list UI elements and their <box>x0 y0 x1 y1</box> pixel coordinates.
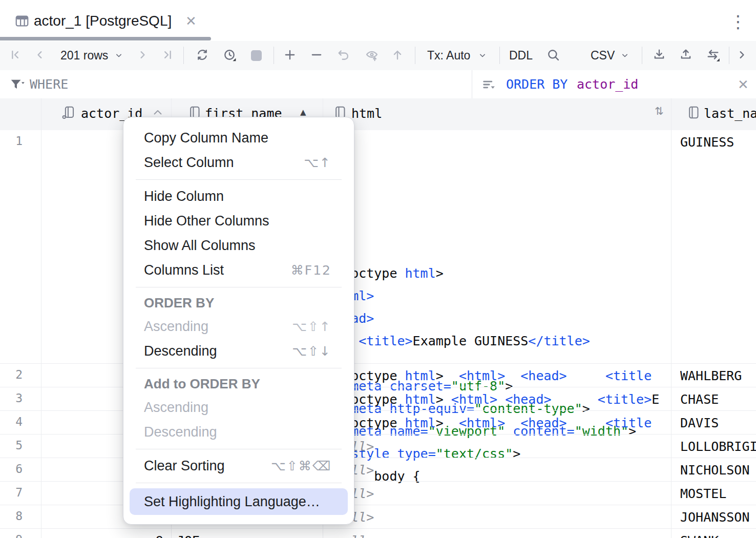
last-page-icon[interactable] <box>161 48 175 62</box>
sort-asc-indicator-icon[interactable]: ▲ <box>300 108 306 117</box>
stop-icon <box>251 50 262 61</box>
table-row[interactable]: 2 <!doctype html> <html> <head> <title W… <box>0 364 756 387</box>
shortcut-label: ⌥⇧⌘⌫ <box>271 459 331 473</box>
cell-last-name[interactable]: LOLLOBRIGIDA <box>680 439 756 454</box>
menu-item-clear-sorting[interactable]: Clear Sorting ⌥⇧⌘⌫ <box>123 453 354 478</box>
order-by-icon[interactable] <box>481 77 496 92</box>
shortcut-label: ⌥⇧↓ <box>292 344 331 359</box>
menu-item-order-ascending: Ascending ⌥⇧↑ <box>123 314 354 339</box>
csv-chevron-down-icon[interactable] <box>620 50 630 60</box>
previous-page-icon[interactable] <box>33 48 47 62</box>
table-row[interactable]: 8 8 MATTHEW <null> JOHANSSON <box>0 505 756 529</box>
menu-item-set-highlighting-language[interactable]: Set Highlighting Language… <box>130 488 348 515</box>
preview-changes-icon[interactable] <box>365 48 379 62</box>
schedule-refresh-clock-icon[interactable] <box>222 48 237 62</box>
first-page-icon[interactable] <box>8 48 22 62</box>
cell-last-name[interactable]: CHASE <box>680 392 756 407</box>
menu-section-add-to-order-by: Add to ORDER BY <box>123 373 354 395</box>
row-number: 3 <box>0 391 23 405</box>
cell-html-null[interactable]: <null> <box>328 463 669 478</box>
sort-updown-icon[interactable]: ⇅ <box>655 105 664 117</box>
cell-last-name[interactable]: NICHOLSON <box>680 463 756 478</box>
menu-item-show-all-columns[interactable]: Show All Columns <box>123 233 354 258</box>
ddl-button[interactable]: DDL <box>509 49 533 63</box>
cell-last-name[interactable]: WAHLBERG <box>680 368 756 383</box>
cell-html[interactable]: <!doctype html> <html> <head> <title <box>328 368 669 383</box>
cell-html-null[interactable]: <null> <box>328 439 669 454</box>
delete-row-icon[interactable] <box>309 48 324 62</box>
table-row[interactable]: 6 <null> NICHOLSON <box>0 458 756 482</box>
tx-mode-dropdown[interactable]: Tx: Auto <box>427 49 470 63</box>
menu-item-select-column[interactable]: Select Column ⌥↑ <box>123 150 354 175</box>
add-row-icon[interactable] <box>283 48 297 62</box>
cell-html-null[interactable]: <null> <box>328 533 669 538</box>
sort-chevron-up-icon[interactable] <box>152 108 164 117</box>
cell-actor-id[interactable]: 9 <box>41 533 163 538</box>
cell-html[interactable]: <!doctype html> <html> <head> <title <box>328 416 669 430</box>
cell-last-name[interactable]: MOSTEL <box>680 486 756 501</box>
clear-order-close-icon[interactable]: ✕ <box>738 77 749 92</box>
menu-item-order-descending[interactable]: Descending ⌥⇧↓ <box>123 339 354 363</box>
cell-html-null[interactable]: <null> <box>328 486 669 501</box>
column-header-last-name[interactable]: last_name <box>704 106 756 121</box>
cell-html[interactable]: <!doctype html> <html> <head> <title>E <box>328 392 669 407</box>
tab-actor1[interactable]: actor_1 [PostgreSQL] ✕ <box>0 0 211 40</box>
cell-last-name[interactable]: SWANK <box>680 533 756 538</box>
menu-item-copy-column-name[interactable]: Copy Column Name <box>123 126 354 150</box>
order-by-keyword[interactable]: ORDER BY <box>506 77 568 92</box>
menu-section-order-by: ORDER BY <box>123 292 354 314</box>
row-number: 5 <box>0 439 23 452</box>
datagrip-window: actor_1 [PostgreSQL] ✕ ⋮ 201 rows <box>0 0 756 538</box>
table-row[interactable]: 4 <!doctype html> <html> <head> <title D… <box>0 411 756 434</box>
cell-html-null[interactable]: <null> <box>328 510 669 525</box>
table-icon <box>14 13 30 29</box>
rows-chevron-down-icon[interactable] <box>114 50 124 60</box>
refresh-icon[interactable] <box>195 48 209 62</box>
toolbar-separator <box>183 47 184 64</box>
revert-icon[interactable] <box>337 48 351 62</box>
row-number: 6 <box>0 462 23 475</box>
column-icon <box>686 106 700 119</box>
table-row[interactable]: 9 9 JOE <null> SWANK <box>0 529 756 538</box>
submit-changes-icon[interactable] <box>390 48 405 62</box>
menu-item-hide-other-columns[interactable]: Hide Other Columns <box>123 209 354 233</box>
cell-last-name[interactable]: DAVIS <box>680 416 756 430</box>
search-icon[interactable] <box>546 48 560 62</box>
menu-separator <box>123 282 354 292</box>
shortcut-label: ⌥⇧↑ <box>292 319 331 334</box>
export-upload-icon[interactable] <box>679 48 693 62</box>
table-row[interactable]: 7 <null> MOSTEL <box>0 482 756 505</box>
menu-item-columns-list[interactable]: Columns List ⌘F12 <box>123 258 354 282</box>
menu-item-add-ascending: Ascending <box>123 395 354 420</box>
toolbar-separator <box>415 47 415 64</box>
tab-close-icon[interactable]: ✕ <box>185 13 197 29</box>
cell-last-name[interactable]: GUINESS <box>680 135 756 150</box>
tab-options-kebab-icon[interactable]: ⋮ <box>729 11 747 32</box>
row-number: 1 <box>0 134 23 148</box>
where-filter-input[interactable]: WHERE <box>30 77 68 92</box>
shortcut-label: ⌥↑ <box>304 155 331 170</box>
order-by-column[interactable]: actor_id <box>577 77 638 92</box>
export-format-dropdown[interactable]: CSV <box>591 49 615 63</box>
table-row[interactable]: 3 <!doctype html> <html> <head> <title>E… <box>0 387 756 411</box>
menu-separator <box>123 444 354 453</box>
menu-separator <box>123 478 354 487</box>
cell-last-name[interactable]: JOHANSSON <box>680 510 756 525</box>
table-row[interactable]: 5 <null> LOLLOBRIGIDA <box>0 434 756 458</box>
grid-line <box>671 98 671 538</box>
filter-bar: WHERE ORDER BY actor_id ✕ <box>0 70 756 99</box>
row-number: 2 <box>0 368 23 381</box>
row-number: 9 <box>0 533 23 538</box>
import-download-icon[interactable] <box>652 48 666 62</box>
row-count-dropdown[interactable]: 201 rows <box>60 49 108 63</box>
next-page-icon[interactable] <box>135 48 150 62</box>
cell-first-name[interactable]: JOE <box>177 533 320 538</box>
more-toolbar-chevron-icon[interactable] <box>734 48 749 62</box>
menu-item-hide-column[interactable]: Hide Column <box>123 184 354 209</box>
grid-header: actor_id first_name ▲ html ⇅ last_name <box>0 98 756 131</box>
column-header-html[interactable]: html <box>351 106 382 121</box>
filter-funnel-icon[interactable] <box>9 77 25 92</box>
compare-swap-icon[interactable] <box>706 48 720 62</box>
tx-chevron-down-icon[interactable] <box>477 50 488 60</box>
filter-divider <box>472 70 472 98</box>
